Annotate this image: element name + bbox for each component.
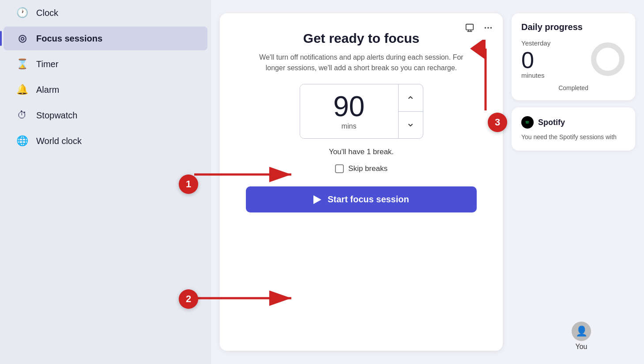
sidebar-item-clock[interactable]: 🕐 Clock <box>4 1 207 25</box>
spotify-name: Spotify <box>538 118 565 127</box>
daily-progress-title: Daily progress <box>521 22 625 32</box>
time-value: 90 <box>333 92 365 121</box>
sidebar-label-alarm: Alarm <box>36 85 59 95</box>
sidebar-item-timer[interactable]: ⌛ Timer <box>4 52 207 76</box>
sidebar-item-world-clock[interactable]: 🌐 World clock <box>4 129 207 153</box>
sidebar-label-focus-sessions: Focus sessions <box>36 34 102 44</box>
annotation-badge-1: 1 <box>179 174 198 194</box>
user-area: 👤 You <box>572 322 591 351</box>
clock-icon: 🕐 <box>16 7 28 19</box>
time-display: 90 mins <box>300 84 398 138</box>
spotify-logo <box>521 116 534 129</box>
timer-icon: ⌛ <box>16 58 28 70</box>
focus-sessions-icon: ◎ <box>16 33 28 44</box>
sidebar-item-alarm[interactable]: 🔔 Alarm <box>4 78 207 102</box>
progress-unit: minutes <box>521 72 582 79</box>
right-panel: Daily progress Yesterday 0 minutes Compl… <box>512 13 635 351</box>
main-content: Get ready to focus We'll turn off notifi… <box>211 0 644 364</box>
card-top-actions <box>463 21 495 34</box>
svg-point-7 <box>594 45 622 73</box>
progress-text-block: Yesterday 0 minutes <box>521 39 582 79</box>
time-increment-button[interactable] <box>399 84 423 112</box>
completed-text: Completed <box>521 84 625 91</box>
progress-row: Yesterday 0 minutes <box>521 39 625 79</box>
world-clock-icon: 🌐 <box>16 135 28 147</box>
svg-point-5 <box>487 27 489 29</box>
spotify-description: You need the Spotify sessions with <box>521 133 625 142</box>
sidebar-label-clock: Clock <box>36 8 58 18</box>
start-focus-session-button[interactable]: Start focus session <box>246 186 477 212</box>
sidebar-label-stopwatch: Stopwatch <box>36 110 77 121</box>
skip-breaks-row: Skip breaks <box>335 164 388 173</box>
svg-point-6 <box>490 27 492 29</box>
skip-breaks-checkbox[interactable] <box>335 164 344 173</box>
alarm-icon: 🔔 <box>16 84 28 95</box>
focus-card-description: We'll turn off notifications and app ale… <box>256 52 467 73</box>
stopwatch-icon: ⏱ <box>16 110 28 121</box>
svg-point-4 <box>485 27 486 29</box>
time-picker: 90 mins <box>300 84 423 139</box>
skip-breaks-label: Skip breaks <box>348 164 388 173</box>
progress-donut-chart <box>590 42 625 77</box>
progress-number: 0 <box>521 49 582 72</box>
annotation-badge-2: 2 <box>179 289 198 309</box>
play-icon <box>313 195 321 204</box>
spotify-header: Spotify <box>521 116 625 129</box>
pin-button[interactable] <box>463 21 476 34</box>
daily-progress-card: Daily progress Yesterday 0 minutes Compl… <box>512 13 635 100</box>
time-decrement-button[interactable] <box>399 112 423 139</box>
sidebar-label-timer: Timer <box>36 59 58 69</box>
user-avatar[interactable]: 👤 <box>572 322 591 341</box>
user-label: You <box>576 343 588 351</box>
start-button-label: Start focus session <box>328 194 409 205</box>
progress-day-label: Yesterday <box>521 39 582 47</box>
spotify-card: Spotify You need the Spotify sessions wi… <box>512 107 635 151</box>
sidebar-item-stopwatch[interactable]: ⏱ Stopwatch <box>4 103 207 127</box>
focus-card: Get ready to focus We'll turn off notifi… <box>220 13 503 351</box>
time-unit: mins <box>342 122 357 130</box>
sidebar-item-focus-sessions[interactable]: ◎ Focus sessions <box>4 27 207 50</box>
sidebar-label-world-clock: World clock <box>36 136 82 146</box>
time-controls <box>398 84 423 138</box>
svg-rect-0 <box>466 24 474 30</box>
more-options-button[interactable] <box>482 21 495 34</box>
focus-card-title: Get ready to focus <box>303 31 419 46</box>
break-text: You'll have 1 break. <box>329 148 394 156</box>
annotation-badge-3: 3 <box>488 113 507 132</box>
